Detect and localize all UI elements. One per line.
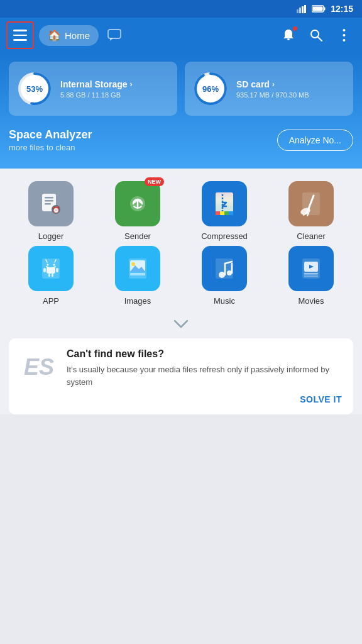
sd-card-card[interactable]: 96% SD card › 935.17 MB / 970.30 MB [185, 62, 353, 116]
cleaner-label: Cleaner [297, 231, 326, 241]
svg-rect-7 [108, 30, 121, 38]
signal-icon [297, 4, 308, 13]
sd-card-title: SD card [236, 79, 270, 89]
app-item-movies[interactable]: Movies [269, 246, 353, 306]
notification-button[interactable] [277, 23, 300, 47]
svg-rect-22 [45, 203, 51, 205]
svg-marker-8 [110, 38, 113, 41]
svg-rect-28 [216, 211, 220, 215]
sd-card-used: 935.17 MB / 970.30 MB [236, 91, 346, 99]
analyze-now-button[interactable]: Analyze No... [277, 130, 353, 151]
compressed-label: Compressed [201, 231, 248, 241]
search-button[interactable] [304, 23, 328, 47]
app-item-compressed[interactable]: Compressed [182, 181, 266, 241]
svg-rect-43 [48, 274, 50, 277]
storage-cards: 53% Internal Storage › 5.88 GB / 11.18 G… [9, 62, 353, 116]
battery-icon [312, 5, 326, 13]
sd-percent: 96% [202, 84, 219, 94]
svg-rect-31 [229, 211, 233, 215]
info-card-title: Can't find new files? [67, 348, 342, 360]
app-item-images[interactable]: Images [96, 246, 180, 306]
space-analyzer-title: Space Analyzer [9, 128, 92, 142]
svg-point-53 [219, 272, 225, 278]
nav-right-icons [277, 23, 356, 47]
info-card: ES Can't find new files? It's usually be… [9, 338, 353, 414]
app-item-music[interactable]: Music [182, 246, 266, 306]
internal-chevron-icon: › [130, 80, 133, 89]
svg-rect-0 [297, 9, 299, 13]
svg-rect-5 [324, 8, 326, 11]
svg-rect-20 [45, 197, 53, 199]
sender-icon: NEW [115, 181, 160, 226]
internal-storage-circle: 53% [16, 70, 53, 107]
app-icon-icon [28, 246, 74, 291]
app-item-cleaner[interactable]: Cleaner [269, 181, 353, 241]
chat-button[interactable] [104, 25, 125, 46]
menu-button[interactable] [6, 21, 34, 49]
svg-rect-2 [302, 6, 304, 13]
internal-storage-title: Internal Storage [60, 79, 128, 89]
internal-percent: 53% [26, 84, 43, 94]
music-label: Music [214, 296, 235, 306]
svg-rect-40 [47, 267, 55, 274]
info-card-text: Can't find new files? It's usually becau… [67, 348, 342, 404]
svg-rect-61 [304, 275, 318, 277]
internal-storage-card[interactable]: 53% Internal Storage › 5.88 GB / 11.18 G… [9, 62, 177, 116]
status-time: 12:15 [331, 4, 353, 14]
svg-rect-6 [313, 7, 323, 11]
new-badge: NEW [145, 177, 164, 186]
info-card-description: It's usually because your media files re… [67, 364, 342, 388]
home-icon: 🏠 [48, 29, 61, 42]
logger-icon: ⏰ [28, 181, 74, 226]
svg-rect-30 [224, 211, 229, 215]
internal-storage-info: Internal Storage › 5.88 GB / 11.18 GB [60, 79, 170, 99]
app-label: APP [43, 296, 59, 306]
search-icon [309, 28, 323, 42]
svg-rect-44 [52, 274, 53, 277]
images-icon [115, 246, 160, 291]
svg-point-49 [131, 262, 135, 266]
music-icon [202, 246, 247, 291]
svg-point-13 [343, 34, 345, 36]
header-section: 53% Internal Storage › 5.88 GB / 11.18 G… [0, 53, 362, 169]
svg-rect-60 [304, 273, 318, 275]
es-logo: ES [20, 348, 58, 386]
svg-rect-29 [220, 211, 224, 215]
movies-icon [288, 246, 334, 291]
svg-point-38 [47, 264, 49, 266]
logger-label: Logger [38, 231, 63, 241]
svg-point-14 [343, 39, 345, 42]
solve-it-button[interactable]: SOLVE IT [300, 394, 342, 404]
app-item-sender[interactable]: NEW Sender [96, 181, 180, 241]
chat-icon [107, 29, 121, 42]
movies-label: Movies [298, 296, 324, 306]
svg-rect-51 [130, 273, 145, 275]
cleaner-icon [288, 181, 334, 226]
main-content: ⏰ Logger NEW Sender [0, 169, 362, 414]
app-item-app[interactable]: APP [9, 246, 93, 306]
svg-point-39 [53, 264, 55, 266]
more-icon [343, 28, 346, 42]
status-icons [297, 4, 326, 13]
svg-rect-1 [299, 8, 301, 13]
home-button[interactable]: 🏠 Home [39, 25, 99, 46]
svg-line-11 [318, 37, 322, 42]
home-label: Home [65, 30, 90, 41]
app-item-logger[interactable]: ⏰ Logger [9, 181, 93, 241]
sd-card-info: SD card › 935.17 MB / 970.30 MB [236, 79, 346, 99]
svg-rect-3 [304, 5, 306, 13]
sd-card-circle: 96% [192, 70, 229, 107]
nav-bar: 🏠 Home [0, 18, 362, 53]
compressed-icon [202, 181, 247, 226]
sd-chevron-icon: › [272, 80, 275, 89]
sender-label: Sender [124, 231, 151, 241]
space-analyzer: Space Analyzer more files to clean Analy… [9, 127, 353, 153]
svg-rect-42 [56, 268, 58, 272]
internal-storage-used: 5.88 GB / 11.18 GB [60, 91, 170, 99]
show-more-button[interactable] [9, 314, 353, 338]
chevron-down-icon [173, 319, 189, 328]
svg-rect-9 [287, 38, 290, 40]
svg-rect-21 [45, 200, 53, 202]
more-options-button[interactable] [332, 23, 356, 47]
svg-text:⏰: ⏰ [52, 206, 60, 214]
